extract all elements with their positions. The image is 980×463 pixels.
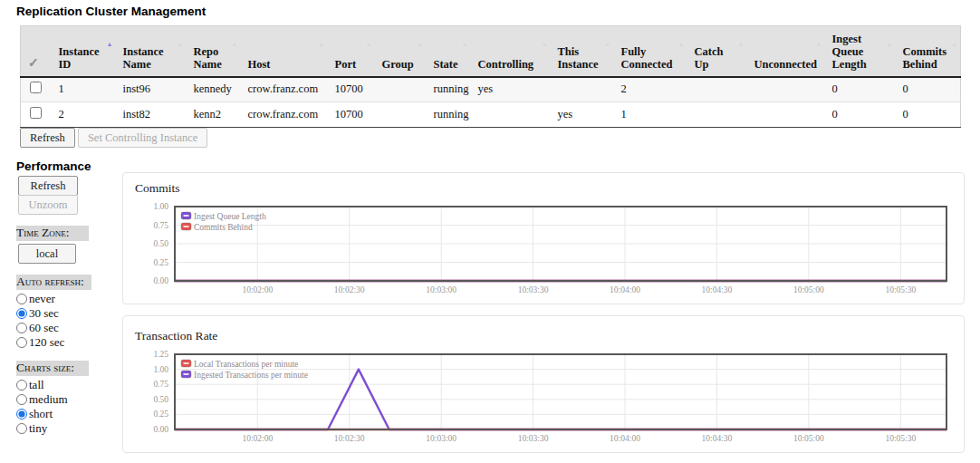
radio-input-30-sec[interactable] (16, 308, 27, 319)
row-checkbox[interactable] (30, 82, 42, 93)
column-header-instance-name[interactable]: Instance Name▲ (116, 26, 187, 77)
cell-ingest-queue-length: 0 (825, 102, 896, 128)
column-header-state[interactable]: State▲ (427, 26, 471, 77)
performance-title: Performance (16, 159, 118, 173)
column-header-select[interactable]: ✓ (21, 26, 52, 77)
svg-text:10:03:30: 10:03:30 (518, 434, 549, 443)
unzoom-button[interactable]: Unzoom (18, 195, 78, 215)
radio-input-never[interactable] (16, 294, 27, 304)
commits-chart-plot[interactable]: 0.000.250.500.751.0010:02:0010:02:3010:0… (123, 173, 964, 304)
svg-text:Commits Behind: Commits Behind (194, 223, 253, 232)
timezone-button[interactable]: local (18, 244, 76, 264)
sort-arrow-icon: ▲ (462, 42, 468, 48)
auto-refresh-label: Auto refresh: (16, 275, 91, 290)
svg-text:10:04:00: 10:04:00 (610, 285, 640, 294)
row-checkbox[interactable] (30, 107, 42, 119)
sort-arrow-icon: ▲ (887, 42, 893, 48)
column-header-commits-behind[interactable]: Commits Behind▲ (896, 26, 961, 77)
radio-option-medium[interactable]: medium (16, 392, 118, 407)
column-header-controlling[interactable]: Controlling▲ (471, 26, 551, 77)
cell-host: crow.franz.com (241, 77, 328, 102)
svg-text:10:02:30: 10:02:30 (334, 434, 365, 443)
radio-option-120-sec[interactable]: 120 sec (16, 335, 118, 350)
radio-option-tall[interactable]: tall (16, 378, 118, 392)
cell-group (375, 77, 427, 102)
svg-text:1.00: 1.00 (153, 202, 168, 211)
svg-text:10:05:30: 10:05:30 (885, 285, 916, 294)
column-header-label: This Instance (558, 45, 599, 71)
svg-text:10:05:30: 10:05:30 (885, 434, 916, 443)
sort-arrow-icon: ▲ (542, 42, 548, 48)
cell-host: crow.franz.com (241, 102, 328, 128)
timezone-label: Time Zone: (16, 226, 89, 241)
svg-text:0.25: 0.25 (153, 410, 168, 419)
column-header-port[interactable]: Port▲ (328, 26, 375, 77)
set-controlling-instance-button[interactable]: Set Controlling Instance (78, 128, 208, 148)
column-header-label: Group (382, 58, 414, 71)
cell-controlling (471, 102, 551, 128)
radio-option-60-sec[interactable]: 60 sec (16, 321, 118, 335)
svg-text:0.75: 0.75 (153, 221, 168, 230)
radio-label: tiny (29, 421, 47, 436)
cell-port: 10700 (328, 102, 375, 128)
cell-this-instance (551, 77, 614, 102)
column-header-label: Port (335, 58, 357, 71)
column-header-unconnected[interactable]: Unconnected▲ (747, 26, 825, 77)
column-header-label: Repo Name (194, 45, 222, 71)
commits-chart-panel: Commits 0.000.250.500.751.0010:02:0010:0… (122, 172, 965, 304)
cell-ingest-queue-length: 0 (825, 77, 896, 102)
sort-arrow-icon: ▲ (678, 42, 685, 48)
performance-sidebar: Performance Refresh Unzoom Time Zone: lo… (16, 159, 118, 436)
column-header-this-instance[interactable]: This Instance▲ (551, 26, 614, 77)
column-header-fully-connected[interactable]: Fully Connected▲ (614, 26, 687, 77)
radio-input-tall[interactable] (16, 380, 27, 391)
cluster-table-head-row: ✓Instance ID▲Instance Name▲Repo Name▲Hos… (21, 26, 961, 77)
cell-select (21, 77, 52, 102)
column-header-group[interactable]: Group▲ (375, 26, 427, 77)
page-title: Replication Cluster Management (16, 5, 206, 18)
column-header-repo-name[interactable]: Repo Name▲ (187, 26, 241, 77)
column-header-host[interactable]: Host▲ (241, 26, 328, 77)
radio-option-never[interactable]: never (16, 292, 118, 306)
radio-option-30-sec[interactable]: 30 sec (16, 306, 118, 321)
svg-text:10:05:00: 10:05:00 (793, 434, 824, 443)
cell-instance-name: inst82 (116, 102, 187, 128)
radio-input-60-sec[interactable] (16, 323, 27, 333)
cluster-table-container: ✓Instance ID▲Instance Name▲Repo Name▲Hos… (20, 25, 960, 128)
radio-input-short[interactable] (16, 409, 27, 420)
svg-text:0.00: 0.00 (153, 425, 168, 434)
auto-refresh-radio-group: never30 sec60 sec120 sec (16, 292, 118, 350)
radio-input-tiny[interactable] (16, 423, 27, 434)
table-actions: Refresh Set Controlling Instance (20, 128, 207, 148)
column-header-catch-up[interactable]: Catch Up▲ (687, 26, 747, 77)
transaction-rate-chart-panel: Transaction Rate 0.000.250.500.751.001.2… (122, 315, 965, 453)
column-header-label: State (434, 58, 458, 71)
radio-input-120-sec[interactable] (16, 337, 27, 348)
radio-label: short (29, 407, 53, 421)
sort-arrow-icon: ▲ (418, 42, 424, 48)
svg-text:10:04:00: 10:04:00 (610, 434, 640, 443)
cell-commits-behind: 0 (896, 102, 961, 128)
cell-fully-connected: 1 (614, 102, 687, 128)
refresh-charts-button[interactable]: Refresh (18, 176, 78, 196)
svg-text:10:03:00: 10:03:00 (426, 434, 456, 443)
column-header-label: Catch Up (695, 45, 724, 71)
column-header-instance-id[interactable]: Instance ID▲ (52, 26, 116, 77)
cell-repo-name: kenn2 (187, 102, 241, 128)
cell-unconnected (747, 77, 825, 102)
radio-option-short[interactable]: short (16, 407, 118, 421)
column-header-ingest-queue-length[interactable]: Ingest Queue Length▲ (825, 26, 896, 77)
svg-text:Ingest Queue Length: Ingest Queue Length (194, 212, 266, 221)
sort-arrow-icon: ▲ (816, 42, 822, 48)
cell-fully-connected: 2 (614, 77, 687, 102)
radio-label: 30 sec (29, 306, 59, 321)
refresh-table-button[interactable]: Refresh (20, 128, 75, 148)
cell-this-instance: yes (551, 102, 614, 128)
charts-size-radio-group: tallmediumshorttiny (16, 378, 118, 436)
cell-instance-name: inst96 (116, 77, 187, 102)
radio-option-tiny[interactable]: tiny (16, 421, 118, 436)
radio-label: medium (29, 392, 68, 407)
cell-controlling: yes (471, 77, 551, 102)
radio-input-medium[interactable] (16, 394, 27, 405)
transaction-rate-chart-plot[interactable]: 0.000.250.500.751.001.2510:02:0010:02:30… (123, 316, 964, 452)
